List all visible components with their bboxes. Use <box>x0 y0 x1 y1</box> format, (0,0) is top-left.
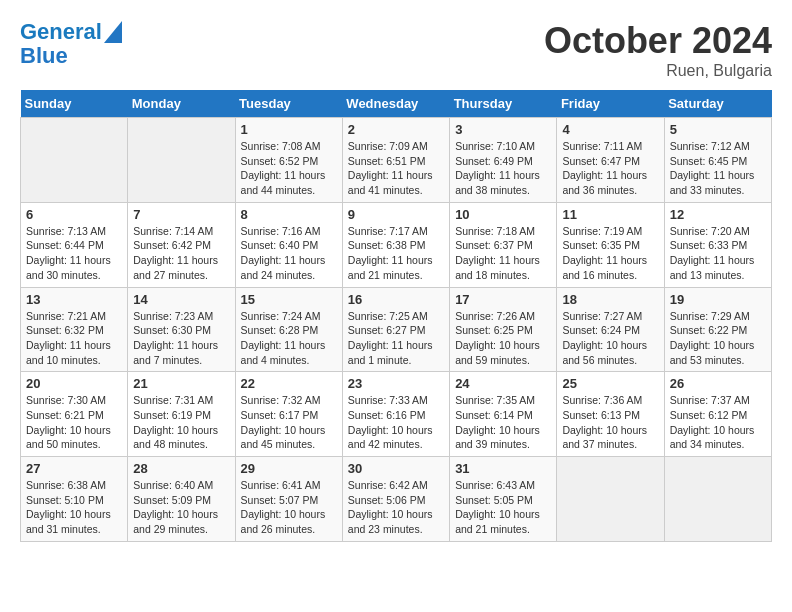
calendar-cell: 29Sunrise: 6:41 AM Sunset: 5:07 PM Dayli… <box>235 457 342 542</box>
day-number: 21 <box>133 376 229 391</box>
calendar-cell: 24Sunrise: 7:35 AM Sunset: 6:14 PM Dayli… <box>450 372 557 457</box>
calendar-cell: 3Sunrise: 7:10 AM Sunset: 6:49 PM Daylig… <box>450 118 557 203</box>
logo: General Blue <box>20 20 122 68</box>
weekday-header-friday: Friday <box>557 90 664 118</box>
calendar-cell: 7Sunrise: 7:14 AM Sunset: 6:42 PM Daylig… <box>128 202 235 287</box>
day-info: Sunrise: 7:19 AM Sunset: 6:35 PM Dayligh… <box>562 224 658 283</box>
day-number: 7 <box>133 207 229 222</box>
logo-bird-icon <box>104 21 122 43</box>
calendar-cell: 5Sunrise: 7:12 AM Sunset: 6:45 PM Daylig… <box>664 118 771 203</box>
weekday-header-sunday: Sunday <box>21 90 128 118</box>
day-number: 26 <box>670 376 766 391</box>
day-number: 29 <box>241 461 337 476</box>
calendar-cell: 18Sunrise: 7:27 AM Sunset: 6:24 PM Dayli… <box>557 287 664 372</box>
day-info: Sunrise: 6:41 AM Sunset: 5:07 PM Dayligh… <box>241 478 337 537</box>
calendar-cell: 12Sunrise: 7:20 AM Sunset: 6:33 PM Dayli… <box>664 202 771 287</box>
day-info: Sunrise: 7:14 AM Sunset: 6:42 PM Dayligh… <box>133 224 229 283</box>
day-info: Sunrise: 7:27 AM Sunset: 6:24 PM Dayligh… <box>562 309 658 368</box>
day-info: Sunrise: 7:10 AM Sunset: 6:49 PM Dayligh… <box>455 139 551 198</box>
day-number: 19 <box>670 292 766 307</box>
day-info: Sunrise: 7:33 AM Sunset: 6:16 PM Dayligh… <box>348 393 444 452</box>
calendar-cell: 25Sunrise: 7:36 AM Sunset: 6:13 PM Dayli… <box>557 372 664 457</box>
day-number: 20 <box>26 376 122 391</box>
weekday-header-row: SundayMondayTuesdayWednesdayThursdayFrid… <box>21 90 772 118</box>
calendar-cell: 27Sunrise: 6:38 AM Sunset: 5:10 PM Dayli… <box>21 457 128 542</box>
month-title: October 2024 <box>544 20 772 62</box>
day-number: 17 <box>455 292 551 307</box>
calendar-cell: 30Sunrise: 6:42 AM Sunset: 5:06 PM Dayli… <box>342 457 449 542</box>
day-number: 22 <box>241 376 337 391</box>
day-info: Sunrise: 7:31 AM Sunset: 6:19 PM Dayligh… <box>133 393 229 452</box>
day-info: Sunrise: 6:42 AM Sunset: 5:06 PM Dayligh… <box>348 478 444 537</box>
calendar-cell <box>128 118 235 203</box>
day-number: 23 <box>348 376 444 391</box>
day-info: Sunrise: 7:36 AM Sunset: 6:13 PM Dayligh… <box>562 393 658 452</box>
day-number: 13 <box>26 292 122 307</box>
calendar-week-row: 13Sunrise: 7:21 AM Sunset: 6:32 PM Dayli… <box>21 287 772 372</box>
day-number: 14 <box>133 292 229 307</box>
calendar-cell: 10Sunrise: 7:18 AM Sunset: 6:37 PM Dayli… <box>450 202 557 287</box>
calendar-cell: 22Sunrise: 7:32 AM Sunset: 6:17 PM Dayli… <box>235 372 342 457</box>
day-number: 24 <box>455 376 551 391</box>
calendar-cell: 16Sunrise: 7:25 AM Sunset: 6:27 PM Dayli… <box>342 287 449 372</box>
day-number: 25 <box>562 376 658 391</box>
day-number: 18 <box>562 292 658 307</box>
day-number: 8 <box>241 207 337 222</box>
calendar-week-row: 6Sunrise: 7:13 AM Sunset: 6:44 PM Daylig… <box>21 202 772 287</box>
day-info: Sunrise: 7:17 AM Sunset: 6:38 PM Dayligh… <box>348 224 444 283</box>
day-info: Sunrise: 7:13 AM Sunset: 6:44 PM Dayligh… <box>26 224 122 283</box>
calendar-cell: 31Sunrise: 6:43 AM Sunset: 5:05 PM Dayli… <box>450 457 557 542</box>
day-info: Sunrise: 7:08 AM Sunset: 6:52 PM Dayligh… <box>241 139 337 198</box>
day-number: 15 <box>241 292 337 307</box>
calendar-cell: 21Sunrise: 7:31 AM Sunset: 6:19 PM Dayli… <box>128 372 235 457</box>
day-number: 9 <box>348 207 444 222</box>
calendar-cell: 28Sunrise: 6:40 AM Sunset: 5:09 PM Dayli… <box>128 457 235 542</box>
calendar-cell <box>557 457 664 542</box>
calendar-cell: 20Sunrise: 7:30 AM Sunset: 6:21 PM Dayli… <box>21 372 128 457</box>
weekday-header-tuesday: Tuesday <box>235 90 342 118</box>
page-header: General Blue October 2024 Ruen, Bulgaria <box>20 20 772 80</box>
calendar-cell: 13Sunrise: 7:21 AM Sunset: 6:32 PM Dayli… <box>21 287 128 372</box>
day-info: Sunrise: 7:35 AM Sunset: 6:14 PM Dayligh… <box>455 393 551 452</box>
day-number: 6 <box>26 207 122 222</box>
calendar-cell: 1Sunrise: 7:08 AM Sunset: 6:52 PM Daylig… <box>235 118 342 203</box>
day-info: Sunrise: 7:16 AM Sunset: 6:40 PM Dayligh… <box>241 224 337 283</box>
calendar-cell: 23Sunrise: 7:33 AM Sunset: 6:16 PM Dayli… <box>342 372 449 457</box>
svg-marker-0 <box>104 21 122 43</box>
calendar-cell <box>21 118 128 203</box>
day-info: Sunrise: 7:09 AM Sunset: 6:51 PM Dayligh… <box>348 139 444 198</box>
day-number: 3 <box>455 122 551 137</box>
calendar-cell: 17Sunrise: 7:26 AM Sunset: 6:25 PM Dayli… <box>450 287 557 372</box>
calendar-cell: 6Sunrise: 7:13 AM Sunset: 6:44 PM Daylig… <box>21 202 128 287</box>
day-info: Sunrise: 7:20 AM Sunset: 6:33 PM Dayligh… <box>670 224 766 283</box>
day-number: 16 <box>348 292 444 307</box>
calendar-cell: 26Sunrise: 7:37 AM Sunset: 6:12 PM Dayli… <box>664 372 771 457</box>
calendar-table: SundayMondayTuesdayWednesdayThursdayFrid… <box>20 90 772 542</box>
calendar-cell: 8Sunrise: 7:16 AM Sunset: 6:40 PM Daylig… <box>235 202 342 287</box>
day-info: Sunrise: 6:40 AM Sunset: 5:09 PM Dayligh… <box>133 478 229 537</box>
day-info: Sunrise: 7:37 AM Sunset: 6:12 PM Dayligh… <box>670 393 766 452</box>
weekday-header-thursday: Thursday <box>450 90 557 118</box>
day-number: 10 <box>455 207 551 222</box>
logo-text-general: General <box>20 20 102 44</box>
location: Ruen, Bulgaria <box>544 62 772 80</box>
calendar-cell: 15Sunrise: 7:24 AM Sunset: 6:28 PM Dayli… <box>235 287 342 372</box>
logo-text-blue: Blue <box>20 44 68 68</box>
day-number: 12 <box>670 207 766 222</box>
day-info: Sunrise: 7:32 AM Sunset: 6:17 PM Dayligh… <box>241 393 337 452</box>
day-info: Sunrise: 7:12 AM Sunset: 6:45 PM Dayligh… <box>670 139 766 198</box>
day-info: Sunrise: 7:29 AM Sunset: 6:22 PM Dayligh… <box>670 309 766 368</box>
day-number: 27 <box>26 461 122 476</box>
day-info: Sunrise: 6:38 AM Sunset: 5:10 PM Dayligh… <box>26 478 122 537</box>
day-info: Sunrise: 7:23 AM Sunset: 6:30 PM Dayligh… <box>133 309 229 368</box>
day-number: 31 <box>455 461 551 476</box>
day-number: 11 <box>562 207 658 222</box>
day-info: Sunrise: 7:24 AM Sunset: 6:28 PM Dayligh… <box>241 309 337 368</box>
calendar-cell: 2Sunrise: 7:09 AM Sunset: 6:51 PM Daylig… <box>342 118 449 203</box>
day-info: Sunrise: 7:26 AM Sunset: 6:25 PM Dayligh… <box>455 309 551 368</box>
weekday-header-saturday: Saturday <box>664 90 771 118</box>
calendar-cell: 19Sunrise: 7:29 AM Sunset: 6:22 PM Dayli… <box>664 287 771 372</box>
day-number: 1 <box>241 122 337 137</box>
calendar-cell: 14Sunrise: 7:23 AM Sunset: 6:30 PM Dayli… <box>128 287 235 372</box>
calendar-week-row: 1Sunrise: 7:08 AM Sunset: 6:52 PM Daylig… <box>21 118 772 203</box>
